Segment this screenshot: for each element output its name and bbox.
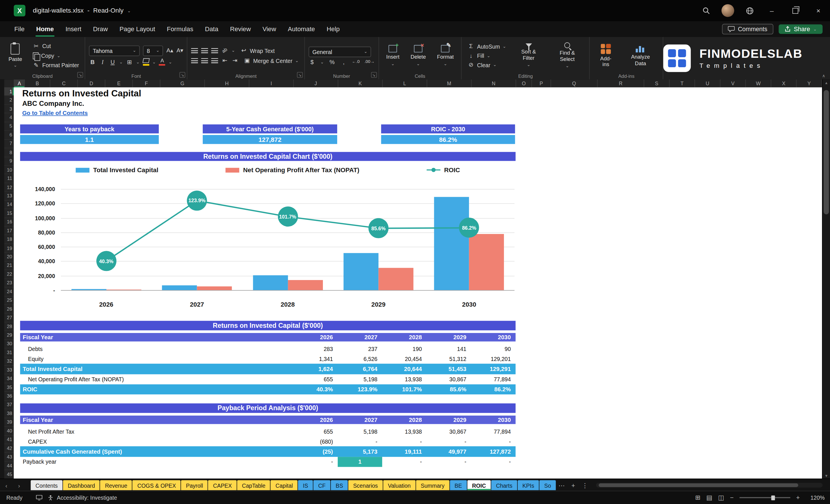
table-cell[interactable]: - <box>427 436 471 446</box>
table-cell[interactable]: - <box>471 456 515 467</box>
row-header-13[interactable]: 13 <box>4 192 14 200</box>
table-cell[interactable]: 77,894 <box>471 426 515 437</box>
sheet-tab-dashboard[interactable]: Dashboard <box>63 480 99 490</box>
row-header-1[interactable]: 1 <box>4 87 14 96</box>
row-header-21[interactable]: 21 <box>4 261 14 270</box>
align-center-icon[interactable] <box>201 58 208 63</box>
table-cell[interactable]: 40.3% <box>293 384 338 395</box>
bold-icon[interactable]: B <box>89 59 96 65</box>
table-cell[interactable]: (25) <box>293 446 338 457</box>
sheet-tab-capital[interactable]: Capital <box>271 480 298 490</box>
menu-tab-review[interactable]: Review <box>224 22 257 37</box>
row-header-36[interactable]: 36 <box>4 392 14 401</box>
table-cell[interactable]: 13,938 <box>382 374 426 384</box>
align-bottom-icon[interactable] <box>211 48 218 53</box>
row-header-35[interactable]: 35 <box>4 383 14 392</box>
cut-button[interactable]: ✂Cut <box>31 42 81 50</box>
underline-icon[interactable]: U <box>109 59 116 65</box>
column-header-K[interactable]: K <box>338 80 383 88</box>
table-cell[interactable]: - <box>471 436 515 446</box>
sheet-tab-summary[interactable]: Summary <box>416 480 449 490</box>
sheet-tab-bs[interactable]: BS <box>331 480 348 490</box>
row-header-10[interactable]: 10 <box>4 166 14 174</box>
row-header-5[interactable]: 5 <box>4 122 14 131</box>
row-header-20[interactable]: 20 <box>4 253 14 261</box>
column-header-T[interactable]: T <box>670 80 695 88</box>
row-header-45[interactable]: 45 <box>4 470 14 479</box>
table-cell[interactable]: 85.6% <box>427 384 471 395</box>
table-cell[interactable]: (680) <box>293 436 338 446</box>
sheet-canvas[interactable]: Returns on Invested Capital ABC Company … <box>14 87 823 479</box>
table-cell[interactable]: 190 <box>382 344 426 354</box>
sheet-tab-cf[interactable]: CF <box>314 480 330 490</box>
zoom-in-icon[interactable]: + <box>796 494 800 501</box>
row-header-11[interactable]: 11 <box>4 175 14 183</box>
row-header-4[interactable]: 4 <box>4 114 14 122</box>
sheet-tab-kpis[interactable]: KPIs <box>518 480 539 490</box>
share-button[interactable]: Share ⌄ <box>778 24 823 34</box>
row-header-8[interactable]: 8 <box>4 148 14 157</box>
sheet-tab-is[interactable]: IS <box>298 480 313 490</box>
table-cell[interactable]: 86.2% <box>471 384 515 395</box>
align-middle-icon[interactable] <box>201 48 208 53</box>
row-header-22[interactable]: 22 <box>4 270 14 279</box>
kpi-value-years-to-payback[interactable]: 1.1 <box>20 135 159 144</box>
globe-icon[interactable] <box>739 0 760 21</box>
previous-sheet-icon[interactable]: ‹ <box>0 482 12 488</box>
column-header-D[interactable]: D <box>78 80 105 88</box>
column-header-L[interactable]: L <box>383 80 427 88</box>
row-header-9[interactable]: 9 <box>4 157 14 166</box>
sheet-tab-cogs-opex[interactable]: COGS & OPEX <box>133 480 181 490</box>
menu-tab-file[interactable]: File <box>8 22 31 37</box>
row-header-33[interactable]: 33 <box>4 366 14 374</box>
column-header-A[interactable]: A <box>14 80 25 88</box>
table-cell[interactable]: - <box>293 456 338 467</box>
column-header-B[interactable]: B <box>25 80 50 88</box>
increase-indent-icon[interactable]: ⇥ <box>231 58 238 63</box>
row-header-28[interactable]: 28 <box>4 322 14 331</box>
column-header-E[interactable]: E <box>105 80 133 88</box>
row-header-23[interactable]: 23 <box>4 279 14 287</box>
normal-view-icon[interactable]: ⊞ <box>695 494 700 501</box>
paste-button[interactable]: Paste ⌄ <box>4 39 27 72</box>
percent-format-icon[interactable]: % <box>329 59 336 65</box>
column-header-N[interactable]: N <box>472 80 516 88</box>
row-header-14[interactable]: 14 <box>4 200 14 209</box>
table-cell[interactable]: - <box>382 436 426 446</box>
increase-decimal-icon[interactable]: ←.0 <box>352 60 359 64</box>
zoom-out-icon[interactable]: − <box>730 494 734 501</box>
comments-button[interactable]: Comments <box>722 24 773 34</box>
delete-cells-button[interactable]: × Delete⌄ <box>407 39 429 72</box>
table-cell[interactable]: 1 <box>338 456 382 467</box>
table-cell[interactable]: 129,201 <box>471 354 515 364</box>
restore-button[interactable] <box>784 0 806 21</box>
sheet-tab-be[interactable]: BE <box>450 480 467 490</box>
table-cell[interactable]: 19,111 <box>382 446 426 457</box>
currency-format-icon[interactable]: $ <box>309 59 316 65</box>
menu-tab-help[interactable]: Help <box>321 22 346 37</box>
row-header-24[interactable]: 24 <box>4 287 14 296</box>
macro-record-icon[interactable] <box>36 495 43 500</box>
align-left-icon[interactable] <box>191 58 198 63</box>
column-header-J[interactable]: J <box>294 80 338 88</box>
font-color-icon[interactable]: A <box>159 58 165 66</box>
table-cell[interactable]: 30,867 <box>427 426 471 437</box>
sheet-tab-so[interactable]: So <box>539 480 556 490</box>
sheet-tab-scenarios[interactable]: Scenarios <box>348 480 383 490</box>
insert-cells-button[interactable]: + Insert⌄ <box>382 39 403 72</box>
find-select-button[interactable]: Find & Select⌄ <box>549 39 585 72</box>
clipboard-dialog-launcher-icon[interactable]: ↘ <box>77 72 83 78</box>
row-header-26[interactable]: 26 <box>4 305 14 314</box>
row-header-15[interactable]: 15 <box>4 209 14 218</box>
column-header-U[interactable]: U <box>695 80 721 88</box>
kpi-value-5-year-cash-generated-000[interactable]: 127,872 <box>203 135 337 144</box>
row-header-16[interactable]: 16 <box>4 218 14 226</box>
sheet-tab-charts[interactable]: Charts <box>491 480 517 490</box>
row-header-43[interactable]: 43 <box>4 453 14 461</box>
column-header-M[interactable]: M <box>427 80 472 88</box>
column-header-Q[interactable]: Q <box>551 80 598 88</box>
orientation-icon[interactable]: ab <box>221 46 229 54</box>
row-header-31[interactable]: 31 <box>4 348 14 357</box>
table-cell[interactable]: 6,526 <box>338 354 382 364</box>
menu-tab-draw[interactable]: Draw <box>87 22 114 37</box>
